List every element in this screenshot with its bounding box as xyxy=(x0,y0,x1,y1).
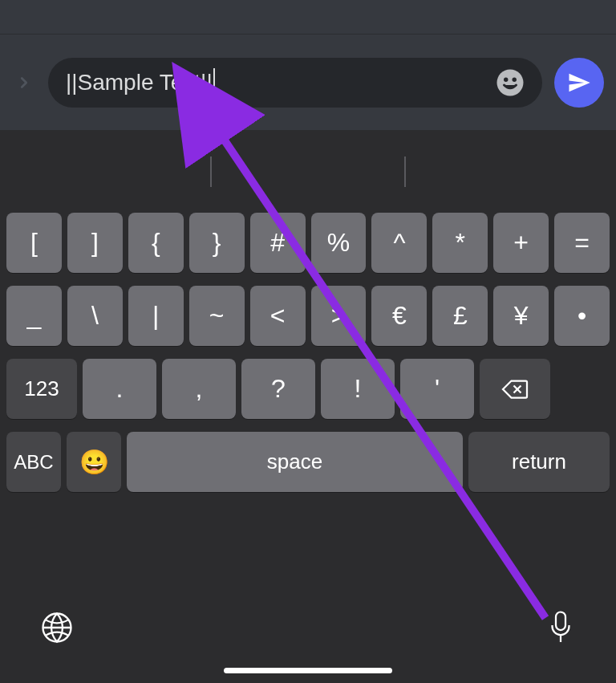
key-question[interactable]: ? xyxy=(241,359,315,419)
globe-icon[interactable] xyxy=(40,611,74,648)
cursor-handles xyxy=(0,130,616,213)
key-comma[interactable]: , xyxy=(162,359,236,419)
key-left-bracket[interactable]: [ xyxy=(6,213,62,273)
message-input-container[interactable]: ||Sample Text|| xyxy=(48,58,542,108)
svg-rect-7 xyxy=(556,612,565,631)
key-caret[interactable]: ^ xyxy=(371,213,427,273)
key-backspace[interactable] xyxy=(480,359,550,419)
microphone-icon[interactable] xyxy=(545,611,576,648)
keyboard-row-4: ABC 😀 space return xyxy=(3,432,613,492)
cursor-handle-left[interactable] xyxy=(210,157,212,187)
cursor-handle-right[interactable] xyxy=(404,157,406,187)
key-pound[interactable]: £ xyxy=(432,286,488,346)
send-button[interactable] xyxy=(554,58,604,108)
key-less-than[interactable]: < xyxy=(250,286,306,346)
key-pipe[interactable]: | xyxy=(128,286,184,346)
key-plus[interactable]: + xyxy=(493,213,549,273)
key-123-toggle[interactable]: 123 xyxy=(6,359,77,419)
key-apostrophe[interactable]: ' xyxy=(400,359,474,419)
key-equals[interactable]: = xyxy=(554,213,610,273)
keyboard-row-3: 123 . , ? ! ' xyxy=(3,359,613,419)
key-emoji[interactable]: 😀 xyxy=(67,432,121,492)
home-indicator[interactable] xyxy=(224,668,392,673)
svg-point-0 xyxy=(497,69,524,96)
key-tilde[interactable]: ~ xyxy=(189,286,245,346)
key-return[interactable]: return xyxy=(468,432,610,492)
key-underscore[interactable]: _ xyxy=(6,286,62,346)
key-abc-toggle[interactable]: ABC xyxy=(6,432,61,492)
key-right-brace[interactable]: } xyxy=(189,213,245,273)
key-greater-than[interactable]: > xyxy=(311,286,367,346)
key-asterisk[interactable]: * xyxy=(432,213,488,273)
virtual-keyboard: [ ] { } # % ^ * + = _ \ | ~ < > € £ ¥ • … xyxy=(0,213,616,492)
message-text: ||Sample Text|| xyxy=(66,70,213,96)
key-space[interactable]: space xyxy=(127,432,463,492)
key-bullet[interactable]: • xyxy=(554,286,610,346)
key-percent[interactable]: % xyxy=(311,213,367,273)
key-yen[interactable]: ¥ xyxy=(493,286,549,346)
keyboard-row-2: _ \ | ~ < > € £ ¥ • xyxy=(3,286,613,346)
keyboard-area: [ ] { } # % ^ * + = _ \ | ~ < > € £ ¥ • … xyxy=(0,130,616,683)
key-period[interactable]: . xyxy=(83,359,156,419)
key-left-brace[interactable]: { xyxy=(128,213,184,273)
key-right-bracket[interactable]: ] xyxy=(67,213,123,273)
expand-icon[interactable] xyxy=(12,74,36,91)
svg-point-2 xyxy=(513,77,517,81)
keyboard-row-1: [ ] { } # % ^ * + = xyxy=(3,213,613,273)
key-hash[interactable]: # xyxy=(250,213,306,273)
message-input-text[interactable]: ||Sample Text|| xyxy=(66,68,215,97)
chat-input-bar: ||Sample Text|| xyxy=(0,34,616,130)
key-backslash[interactable]: \ xyxy=(67,286,123,346)
key-exclamation[interactable]: ! xyxy=(321,359,395,419)
emoji-picker-icon[interactable] xyxy=(496,68,525,97)
text-cursor xyxy=(213,68,215,97)
key-euro[interactable]: € xyxy=(371,286,427,346)
svg-point-1 xyxy=(504,77,508,81)
